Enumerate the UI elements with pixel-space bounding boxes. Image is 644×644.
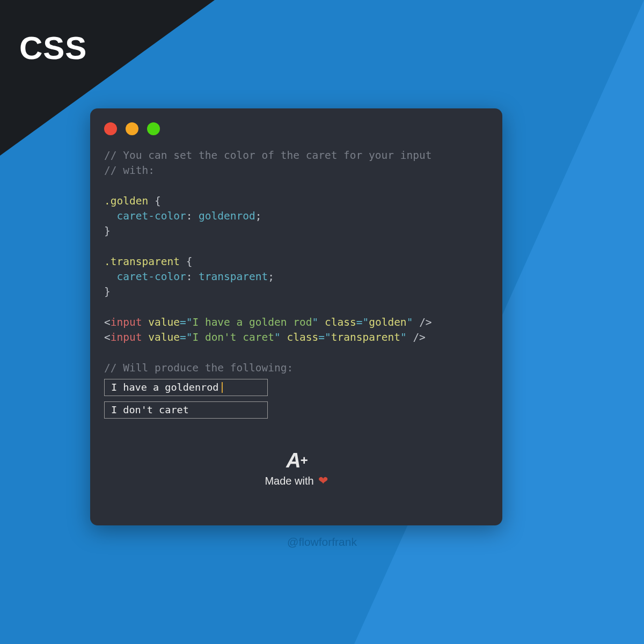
code-value: goldenrod bbox=[199, 210, 255, 222]
code-attr: class bbox=[325, 316, 356, 328]
caret-icon bbox=[222, 382, 223, 393]
code-selector: .transparent bbox=[104, 255, 180, 268]
close-icon[interactable] bbox=[104, 122, 117, 135]
logo-a-plus: A+ bbox=[286, 450, 306, 471]
code-attr: class bbox=[287, 331, 319, 343]
code-block: // You can set the color of the caret fo… bbox=[104, 148, 488, 376]
corner-label: CSS bbox=[19, 30, 87, 67]
logo-letter: A bbox=[286, 450, 299, 471]
code-comment: // You can set the color of the caret fo… bbox=[104, 149, 431, 162]
demo-input-value: I have a goldenrod bbox=[111, 382, 218, 393]
demo-input-golden[interactable]: I have a goldenrod bbox=[104, 379, 268, 396]
author-handle: @flowforfrank bbox=[0, 536, 644, 548]
code-comment: // with: bbox=[104, 164, 155, 177]
demo-input-transparent[interactable]: I don't caret bbox=[104, 401, 268, 419]
demo-input-value: I don't caret bbox=[111, 404, 189, 415]
made-with-label: Made with ❤ bbox=[90, 474, 502, 488]
code-selector: .golden bbox=[104, 195, 148, 207]
code-value: transparent bbox=[199, 270, 268, 283]
made-with-text: Made with bbox=[265, 475, 313, 487]
demo-inputs: I have a goldenrod I don't caret bbox=[104, 379, 488, 419]
code-attr: value bbox=[148, 316, 180, 328]
code-comment: // Will produce the following: bbox=[104, 362, 293, 374]
heart-icon: ❤ bbox=[318, 474, 328, 488]
code-property: caret-color bbox=[116, 270, 186, 283]
code-string: I have a golden rod bbox=[192, 316, 312, 328]
minimize-icon[interactable] bbox=[126, 122, 138, 135]
code-tag: input bbox=[111, 316, 142, 328]
code-attr: value bbox=[148, 331, 180, 343]
code-string: golden bbox=[369, 316, 406, 328]
logo-plus: + bbox=[301, 454, 306, 467]
code-string: transparent bbox=[331, 331, 400, 343]
code-editor-window: // You can set the color of the caret fo… bbox=[90, 108, 502, 525]
editor-footer: A+ Made with ❤ bbox=[90, 450, 502, 488]
code-string: I don't caret bbox=[192, 331, 274, 343]
code-tag: input bbox=[111, 331, 142, 343]
code-property: caret-color bbox=[116, 210, 186, 222]
maximize-icon[interactable] bbox=[147, 122, 160, 135]
canvas: CSS // You can set the color of the care… bbox=[0, 0, 644, 644]
window-controls bbox=[104, 122, 488, 135]
